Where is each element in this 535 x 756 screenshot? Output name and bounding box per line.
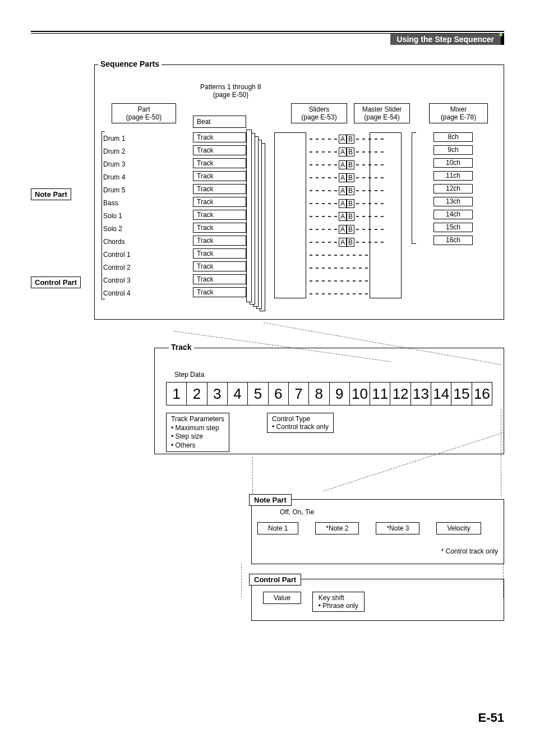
connector-dash — [241, 564, 242, 597]
step-cell: 4 — [228, 382, 248, 405]
track-box: Track — [193, 158, 246, 168]
track-box: Track — [193, 197, 246, 207]
ab-b: B — [347, 160, 354, 169]
track-panel: Track Step Data 1 2 3 4 5 6 7 8 9 10 11 … — [154, 348, 504, 454]
mixer-ch: 12ch — [433, 184, 473, 193]
control-part-panel: Control Part Value Key shift • Phrase on… — [251, 579, 504, 621]
keyshift-label: Key shift — [319, 594, 344, 602]
track-title: Track — [169, 343, 194, 352]
ab-b: B — [347, 135, 354, 144]
control-track-footnote: * Control track only — [441, 547, 498, 555]
mixer-connector — [412, 132, 416, 244]
part-item: Chords — [103, 236, 131, 248]
track-box: Track — [193, 171, 246, 181]
part-item: Drum 4 — [103, 171, 131, 184]
part-item: Drum 5 — [103, 184, 131, 197]
step-cell: 10 — [350, 382, 370, 405]
keyshift-box: Key shift • Phrase only — [312, 592, 365, 612]
part-list: Drum 1 Drum 2 Drum 3 Drum 4 Drum 5 Bass … — [103, 132, 131, 300]
step-table: 1 2 3 4 5 6 7 8 9 10 11 12 13 14 15 16 — [166, 382, 492, 405]
mixer-ch: 14ch — [433, 210, 473, 219]
note-part-title: Note Part — [249, 494, 292, 506]
track-box: Track — [193, 184, 246, 194]
control-part-side-label: Control Part — [31, 276, 81, 288]
control-type-box: Control Type • Control track only — [267, 413, 334, 433]
header-accent-dot — [499, 33, 502, 36]
step-cell: 14 — [431, 382, 451, 405]
part-item: Solo 1 — [103, 210, 131, 223]
part-item: Solo 2 — [103, 223, 131, 236]
part-item: Control 2 — [103, 261, 131, 274]
ab-a: A — [339, 199, 347, 208]
part-item: Drum 1 — [103, 132, 131, 145]
ab-a: A — [339, 186, 347, 195]
mixer-list: 8ch 9ch 10ch 11ch 12ch 13ch 14ch 15ch 16… — [433, 132, 473, 248]
part-label-box: Part (page E-50) — [112, 103, 176, 123]
step-cell: 8 — [309, 382, 329, 405]
ab-b: B — [347, 199, 354, 208]
ab-a: A — [339, 173, 347, 182]
connector-dash — [501, 409, 501, 496]
track-params-title: Track Parameters — [171, 415, 224, 423]
ab-b: B — [347, 238, 354, 247]
control-type-title: Control Type — [272, 415, 310, 423]
ab-b: B — [347, 225, 354, 234]
ab-a: A — [339, 225, 347, 234]
track-box: Track — [193, 145, 246, 155]
sliders-label-box: Sliders (page E-53) — [291, 103, 347, 123]
part-line1: Part — [137, 105, 150, 113]
value-box: Value — [263, 592, 301, 604]
ab-b: B — [347, 212, 354, 221]
ab-a: A — [339, 135, 347, 144]
pattern-stack — [246, 130, 271, 309]
ab-a: A — [339, 147, 347, 156]
note-part-panel: Note Part Off, On, Tie Note 1 *Note 2 *N… — [251, 499, 504, 564]
beat-label-box: Beat — [193, 116, 246, 128]
step-cell: 2 — [187, 382, 207, 405]
master-line2: (page E-54) — [364, 113, 399, 121]
step-cell: 16 — [472, 382, 492, 405]
ab-b: B — [347, 186, 354, 195]
mixer-ch: 11ch — [433, 171, 473, 181]
step-cell: 3 — [207, 382, 228, 405]
control-part-row: Value Key shift • Phrase only — [263, 592, 365, 612]
part-item: Control 4 — [103, 287, 131, 300]
track-box: Track — [193, 210, 246, 220]
mixer-ch: 15ch — [433, 223, 473, 232]
patterns-line1: Patterns 1 through 8 — [200, 83, 261, 91]
ab-b: B — [347, 147, 354, 156]
part-item: Control 3 — [103, 274, 131, 287]
mixer-ch: 16ch — [433, 236, 473, 245]
master-line1: Master Slider — [362, 105, 402, 113]
track-box: Track — [193, 223, 246, 233]
step-data-label: Step Data — [174, 371, 204, 379]
sliders-line1: Sliders — [309, 105, 330, 113]
track-box: Track — [193, 274, 246, 284]
track-params-bullet: • Others — [171, 441, 196, 449]
master-label-box: Master Slider (page E-54) — [354, 103, 410, 123]
sliders-line2: (page E-53) — [301, 113, 336, 121]
note-part-row: Note 1 *Note 2 *Note 3 Velocity — [257, 522, 498, 534]
ab-a: A — [339, 238, 347, 247]
track-box: Track — [193, 248, 246, 259]
step-cell: 11 — [370, 382, 390, 405]
step-cell: 6 — [269, 382, 289, 405]
mixer-ch: 9ch — [433, 145, 473, 155]
step-cell: 12 — [390, 382, 411, 405]
ab-b: B — [347, 173, 354, 182]
mixer-ch: 8ch — [433, 132, 473, 142]
control-type-bullet: • Control track only — [272, 423, 329, 431]
mixer-label-box: Mixer (page E-78) — [429, 103, 488, 123]
track-box: Track — [193, 261, 246, 271]
track-list: Track Track Track Track Track Track Trac… — [193, 132, 246, 300]
sequence-parts-title: Sequence Parts — [98, 59, 162, 68]
step-cell: 5 — [248, 382, 268, 405]
note-part-side-label: Note Part — [31, 188, 71, 200]
part-item: Drum 2 — [103, 145, 131, 158]
track-params-bullet: • Step size — [171, 432, 203, 440]
part-line2: (page E-50) — [126, 113, 162, 121]
page-number: E-51 — [478, 711, 504, 725]
sequence-parts-panel: Sequence Parts Patterns 1 through 8 (pag… — [94, 64, 504, 320]
track-box: Track — [193, 132, 246, 142]
mixer-ch: 13ch — [433, 197, 473, 206]
